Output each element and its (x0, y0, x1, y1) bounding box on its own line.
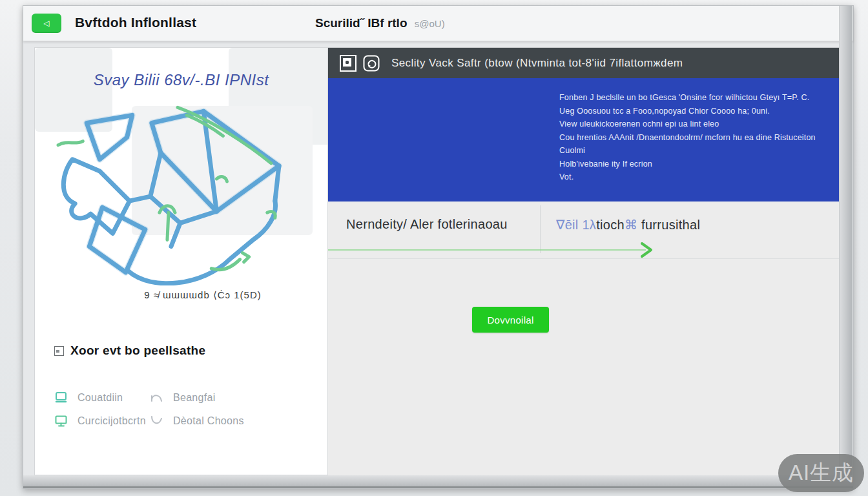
layers-icon (54, 391, 68, 404)
download-button[interactable]: Dovvnoilal (472, 307, 549, 333)
progress-arrow-icon (328, 242, 664, 258)
validation-rest: furrusithal (637, 218, 700, 232)
app-window: ◁ Bvftdoh Inflonllast Scurilid˝ IBf rtlo… (23, 5, 854, 489)
notice-line: Cuolmi (559, 144, 824, 158)
feature-label: Dèotal Choons (173, 415, 244, 427)
app-title: Bvftdoh Inflonllast (75, 15, 196, 30)
refresh-icon (363, 55, 380, 72)
notice-line: View uleukickoerenen ochni epi ua lint e… (559, 118, 824, 131)
right-panel: Seclity Vack Saftr (btow (Ntvminta tot-8… (328, 47, 839, 475)
validation-link-prefix: ∇ēil 1λ (556, 218, 596, 232)
notice-text: Fonben J beclslle un bo tGesca 'Onsine f… (559, 91, 824, 184)
feature-row: Curcicijotbcrtn Dèotal Choons (54, 415, 244, 428)
security-header-title: Seclity Vack Saftr (btow (Ntvminta tot-8… (391, 57, 683, 70)
topbar-subtitle-bold: Scurilid˝ IBf rtlo (315, 16, 408, 30)
ai-watermark-badge: AI生成 (778, 454, 864, 492)
feature-row: Couatdiin Beangfai (54, 391, 216, 404)
window-right-edge (839, 6, 852, 488)
record-square-icon (340, 55, 356, 72)
validation-mid: tioch (596, 218, 625, 232)
column-header-identity: Nerndeity/ Aler fotlerinaoau (346, 217, 508, 232)
feature-item: Dèotal Choons (150, 415, 244, 428)
feature-label: Curcicijotbcrtn (78, 415, 146, 427)
section-divider (328, 258, 839, 259)
feature-item: Couatdiin (54, 391, 150, 404)
back-button[interactable]: ◁ (32, 14, 61, 33)
monitor-icon (54, 415, 68, 428)
curve-icon (150, 415, 164, 428)
topbar-subtitle: Scurilid˝ IBf rtlo s@oU) (315, 16, 445, 30)
arc-icon (150, 391, 164, 404)
features-heading: Xoor evt bo peellsathe (54, 344, 205, 358)
validation-glyph-icon: ⌘ (625, 218, 637, 232)
window-bottom-edge (23, 475, 853, 488)
notice-line: Cou hrentios AAAnit /Dnaentondoolrm/ mcf… (559, 131, 824, 145)
top-bar: ◁ Bvftdoh Inflonllast Scurilid˝ IBf rtlo… (23, 6, 853, 41)
feature-label: Beangfai (173, 392, 216, 404)
feature-item: Curcicijotbcrtn (54, 415, 150, 428)
notice-line: Holb'ivebanie ity If ecrion (559, 158, 824, 171)
screenshot-stage: ◁ Bvftdoh Inflonllast Scurilid˝ IBf rtlo… (0, 0, 868, 496)
notice-banner: Fonben J beclslle un bo tGesca 'Onsine f… (328, 78, 839, 202)
sketch-map-illustration (53, 83, 293, 285)
column-header-validation[interactable]: ∇ēil 1λtioch⌘ furrusithal (556, 217, 700, 232)
notice-line: Ueg Ooosuou tcc a Fooo,nopoyad Chior Coo… (559, 105, 824, 118)
notice-line: Vot. (559, 170, 824, 184)
back-arrow-icon: ◁ (43, 19, 49, 28)
topbar-subtitle-light: s@oU) (415, 18, 445, 29)
feature-item: Beangfai (150, 391, 216, 404)
features-heading-label: Xoor evt bo peellsathe (70, 344, 205, 358)
checkbox-square-icon (54, 346, 64, 356)
feature-label: Couatdiin (78, 392, 123, 404)
left-panel: Svay Bilii 68v/-.BI IPNIst (34, 47, 328, 475)
security-header: Seclity Vack Saftr (btow (Ntvminta tot-8… (328, 48, 839, 78)
notice-line: Fonben J beclslle un bo tGesca 'Onsine f… (559, 91, 824, 105)
sketch-caption: 9 ≉ ɯɯɯɯdb ⟨Ċɔ 1(5D) (74, 289, 328, 301)
